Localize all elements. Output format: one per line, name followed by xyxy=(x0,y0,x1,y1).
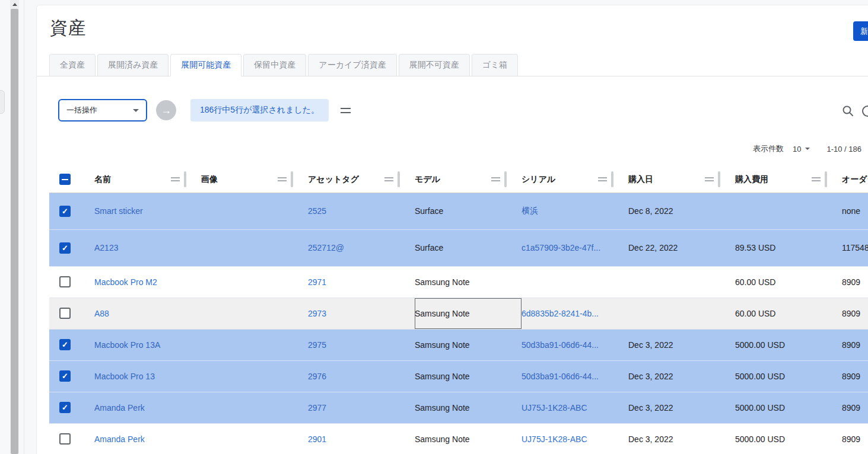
refresh-icon[interactable] xyxy=(862,105,868,117)
lines-icon[interactable] xyxy=(341,108,351,113)
column-resize-handle[interactable] xyxy=(184,171,186,187)
column-header-model[interactable]: モデル xyxy=(415,167,522,193)
cell-checkbox: ✓ xyxy=(49,360,94,392)
name-link[interactable]: Macbook Pro 13 xyxy=(94,372,155,381)
scrollbar-up-arrow-icon[interactable] xyxy=(10,0,19,9)
name-link[interactable]: Smart sticker xyxy=(94,206,143,216)
serial-link[interactable]: 横浜 xyxy=(522,206,538,215)
asset-tag-link[interactable]: 2976 xyxy=(308,372,326,381)
sort-icon[interactable] xyxy=(598,177,607,181)
name-link[interactable]: A2123 xyxy=(94,243,118,252)
tab-pending-assets[interactable]: 保留中資産 xyxy=(243,54,306,76)
cell-order: none xyxy=(842,193,868,229)
row-checkbox[interactable] xyxy=(59,276,71,287)
cell-order: 8909 xyxy=(842,266,868,298)
page-size-value: 10 xyxy=(793,145,801,154)
row-checkbox[interactable]: ✓ xyxy=(59,339,71,350)
table-header-row: 名前画像アセットタグモデルシリアル購入日購入費用オーダー xyxy=(49,167,868,193)
column-header-order-number[interactable]: オーダー xyxy=(842,167,868,193)
name-link[interactable]: Amanda Perk xyxy=(94,403,145,413)
column-resize-handle[interactable] xyxy=(504,171,507,187)
table-row: Amanda Perk2901Samsung NoteUJ75J-1K28-AB… xyxy=(49,423,868,454)
create-new-button[interactable]: 新規作成 xyxy=(853,21,868,41)
tab-archived-assets[interactable]: アーカイブ済資産 xyxy=(308,54,396,76)
chevron-down-icon xyxy=(133,109,139,112)
select-all-checkbox[interactable] xyxy=(59,174,71,185)
pagination: 表示件数 10 1-10 / 186 xyxy=(753,143,861,154)
column-label: 画像 xyxy=(201,174,218,185)
column-resize-handle[interactable] xyxy=(825,171,827,187)
tab-all-assets[interactable]: 全資産 xyxy=(49,54,96,76)
serial-link[interactable]: c1a57909-3b2e-47f... xyxy=(522,243,600,252)
search-icon[interactable] xyxy=(842,105,854,119)
column-header-purchase-cost[interactable]: 購入費用 xyxy=(735,167,842,193)
left-edge-handle[interactable] xyxy=(0,90,5,114)
row-checkbox[interactable]: ✓ xyxy=(59,370,71,382)
column-header-asset-tag[interactable]: アセットタグ xyxy=(308,167,415,193)
asset-tag-link[interactable]: 2977 xyxy=(308,403,326,413)
sort-icon[interactable] xyxy=(278,177,287,181)
tab-trash[interactable]: ゴミ箱 xyxy=(472,54,519,76)
cell-purchase-date xyxy=(628,266,735,298)
cell-serial: 50d3ba91-06d6-44... xyxy=(522,360,628,392)
row-checkbox[interactable] xyxy=(59,308,71,319)
column-resize-handle[interactable] xyxy=(291,171,293,187)
serial-link[interactable]: 6d8835b2-8241-4b... xyxy=(522,309,599,318)
bulk-action-select[interactable]: 一括操作 xyxy=(58,99,147,122)
row-checkbox[interactable]: ✓ xyxy=(59,402,71,413)
serial-link[interactable]: 50d3ba91-06d6-44... xyxy=(522,372,599,381)
sort-icon[interactable] xyxy=(384,177,393,181)
cell-image xyxy=(201,193,308,229)
cell-model: Samsung Note xyxy=(415,298,522,329)
name-link[interactable]: Macbook Pro 13A xyxy=(94,340,160,350)
asset-tag-link[interactable]: 252712@ xyxy=(308,243,344,252)
cell-purchase-date: Dec 3, 2022 xyxy=(628,329,735,360)
name-link[interactable]: A88 xyxy=(94,309,109,318)
cell-checkbox xyxy=(49,266,94,298)
serial-link[interactable]: UJ75J-1K28-ABC xyxy=(522,434,587,444)
left-scrollbar-thumb[interactable] xyxy=(11,9,18,454)
cell-purchase-cost: 89.53 USD xyxy=(735,229,842,266)
column-header-image[interactable]: 画像 xyxy=(201,167,308,193)
column-header-purchase-date[interactable]: 購入日 xyxy=(628,167,735,193)
asset-tag-link[interactable]: 2525 xyxy=(308,206,326,216)
page-range: 1-10 / 186 xyxy=(826,145,861,154)
column-header-serial[interactable]: シリアル xyxy=(522,167,628,193)
page-size-select[interactable]: 10 xyxy=(793,145,810,154)
sort-icon[interactable] xyxy=(705,177,714,181)
cell-order: 8909 xyxy=(842,329,868,360)
tab-undeployable-assets[interactable]: 展開不可資産 xyxy=(399,54,470,76)
column-header-name[interactable]: 名前 xyxy=(94,167,201,193)
cell-name: Smart sticker xyxy=(94,193,201,229)
cell-model: Surface xyxy=(415,229,522,266)
row-checkbox[interactable]: ✓ xyxy=(59,206,71,217)
tab-deployable-assets[interactable]: 展開可能資産 xyxy=(170,54,241,76)
chevron-down-icon xyxy=(805,148,810,150)
asset-tag-link[interactable]: 2901 xyxy=(308,434,326,444)
cell-model: Surface xyxy=(415,193,522,229)
cell-checkbox: ✓ xyxy=(49,229,94,266)
serial-link[interactable]: 50d3ba91-06d6-44... xyxy=(522,340,599,350)
cell-model: Samsung Note xyxy=(415,329,522,360)
row-checkbox[interactable]: ✓ xyxy=(59,242,71,254)
cell-asset-tag: 2901 xyxy=(308,423,415,454)
name-link[interactable]: Macbook Pro M2 xyxy=(94,277,157,287)
row-checkbox[interactable] xyxy=(59,433,71,445)
sort-icon[interactable] xyxy=(171,177,180,181)
tab-deployed-assets[interactable]: 展開済み資産 xyxy=(97,54,168,76)
cell-name: A2123 xyxy=(94,229,201,266)
column-resize-handle[interactable] xyxy=(611,171,613,187)
name-link[interactable]: Amanda Perk xyxy=(94,434,145,444)
asset-tag-link[interactable]: 2973 xyxy=(308,309,326,318)
bulk-action-go-button[interactable]: → xyxy=(156,100,176,120)
cell-purchase-date: Dec 8, 2022 xyxy=(628,193,735,229)
cell-checkbox: ✓ xyxy=(49,392,94,423)
column-resize-handle[interactable] xyxy=(398,171,400,187)
column-resize-handle[interactable] xyxy=(718,171,720,187)
asset-tag-link[interactable]: 2971 xyxy=(308,277,326,287)
serial-link[interactable]: UJ75J-1K28-ABC xyxy=(522,403,587,413)
asset-tag-link[interactable]: 2975 xyxy=(308,340,326,350)
cell-image xyxy=(201,298,308,329)
sort-icon[interactable] xyxy=(491,177,500,181)
sort-icon[interactable] xyxy=(812,177,821,181)
